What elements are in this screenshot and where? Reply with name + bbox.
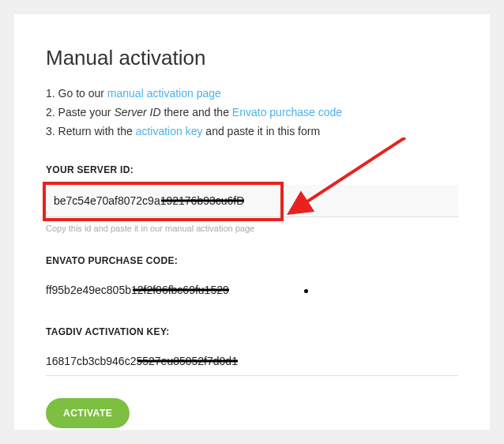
dot-icon [304, 289, 308, 293]
instructions-list: Go to our manual activation page Paste y… [46, 85, 458, 141]
manual-activation-link[interactable]: manual activation page [107, 87, 221, 100]
envato-value[interactable]: ff95b2e49ec805b12f2f06fbc69fu1529 [46, 276, 458, 304]
server-id-value[interactable]: be7c54e70af8072c9a192176b93cu6fD [46, 185, 458, 217]
server-id-hint: Copy this id and paste it in our manual … [46, 224, 458, 233]
activation-key-link[interactable]: activation key [136, 125, 203, 137]
tagdiv-block: TAGDIV ACTIVATION KEY: 16817cb3cb946c255… [46, 326, 458, 376]
tagdiv-value[interactable]: 16817cb3cb946c25527eu85052f7d0d1 [46, 347, 458, 376]
envato-label: ENVATO PURCHASE CODE: [46, 255, 458, 266]
server-id-em: Server ID [114, 106, 160, 119]
envato-block: ENVATO PURCHASE CODE: ff95b2e49ec805b12f… [46, 255, 458, 304]
activate-button[interactable]: ACTIVATE [46, 398, 130, 428]
tagdiv-label: TAGDIV ACTIVATION KEY: [46, 326, 458, 337]
step-3: Return with the activation key and paste… [46, 122, 458, 141]
step-2: Paste your Server ID there and the Envat… [46, 103, 458, 122]
page-title: Manual activation [46, 46, 458, 70]
manual-activation-panel: Manual activation Go to our manual activ… [14, 14, 490, 430]
envato-code-link[interactable]: Envato purchase code [232, 106, 342, 119]
server-id-block: YOUR SERVER ID: be7c54e70af8072c9a192176… [46, 164, 458, 233]
step-1: Go to our manual activation page [46, 85, 458, 103]
server-id-label: YOUR SERVER ID: [46, 164, 458, 175]
